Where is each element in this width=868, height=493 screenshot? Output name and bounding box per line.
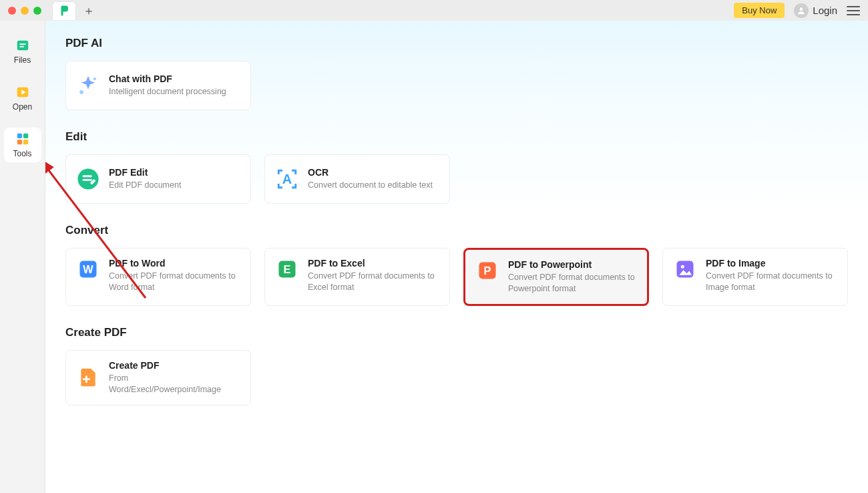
card-pdf-to-word[interactable]: W PDF to Word Convert PDF format documen… [65,248,251,306]
new-tab-button[interactable]: ＋ [80,2,97,19]
minimize-window-button[interactable] [21,7,29,15]
svg-rect-3 [19,46,23,47]
card-desc: Convert PDF format documents to Powerpoi… [508,272,636,295]
chat-pdf-icon [77,74,99,97]
svg-rect-15 [83,179,92,181]
svg-rect-6 [17,134,21,138]
card-title: PDF to Image [706,258,837,269]
card-chat-with-pdf[interactable]: Chat with PDF Intelligent document proce… [65,61,251,110]
card-desc: Convert document to editable text [308,180,433,191]
section-edit: Edit PDF Edit Edit PDF document A [65,130,868,204]
svg-rect-7 [23,134,27,138]
powerpoint-icon: P [476,259,499,282]
avatar-icon [794,3,809,18]
titlebar: ＋ Buy Now Login [0,0,868,21]
svg-text:E: E [284,263,291,275]
card-title: PDF to Word [109,258,240,269]
maximize-window-button[interactable] [33,7,41,15]
sidebar: Files Open Tools [0,21,45,493]
card-pdf-to-powerpoint[interactable]: P PDF to Powerpoint Convert PDF format d… [463,248,649,306]
card-desc: Convert PDF format documents to Image fo… [706,271,837,293]
section-pdf-ai: PDF AI Chat with PDF Intelligent documen… [65,37,868,110]
titlebar-right: Buy Now Login [734,0,860,21]
buy-now-button[interactable]: Buy Now [734,3,785,18]
ocr-icon: A [276,168,298,190]
svg-rect-14 [83,175,92,177]
svg-rect-26 [83,378,90,380]
card-pdf-edit[interactable]: PDF Edit Edit PDF document [65,154,251,204]
card-desc: From Word/Execl/Powerpoint/Image [109,373,240,395]
tools-icon [15,132,30,146]
svg-point-24 [681,265,684,269]
section-create-pdf: Create PDF Create PDF From Word/Execl/Po… [65,326,868,405]
app-logo-icon [58,5,70,17]
tab-strip: ＋ [52,1,97,20]
card-desc: Convert PDF format documents to Word for… [109,271,240,293]
close-window-button[interactable] [8,7,16,15]
card-title: Chat with PDF [109,73,226,84]
sidebar-item-label: Files [14,55,31,65]
window-controls [8,7,41,15]
card-ocr[interactable]: A OCR Convert document to editable text [264,154,450,204]
card-desc: Convert PDF format documents to Excel fo… [308,271,439,293]
svg-text:W: W [83,263,93,275]
svg-rect-2 [19,43,25,45]
main-content: PDF AI Chat with PDF Intelligent documen… [45,21,868,493]
sidebar-item-files[interactable]: Files [4,34,41,69]
card-title: PDF to Excel [308,258,439,269]
pdf-edit-icon [77,168,99,190]
card-create-pdf[interactable]: Create PDF From Word/Execl/Powerpoint/Im… [65,350,251,405]
sidebar-item-label: Open [13,102,32,112]
card-desc: Edit PDF document [109,180,181,191]
files-icon [15,38,30,53]
section-title: PDF AI [65,37,868,50]
card-pdf-to-excel[interactable]: E PDF to Excel Convert PDF format docume… [264,248,450,306]
excel-icon: E [276,258,298,281]
card-title: PDF Edit [109,167,181,178]
login-button[interactable]: Login [794,3,837,18]
svg-point-11 [79,90,83,94]
word-icon: W [77,258,99,281]
login-label: Login [813,5,837,16]
app-home-tab[interactable] [52,1,76,20]
menu-button[interactable] [847,6,860,15]
card-desc: Intelligent document processing [109,86,226,98]
svg-rect-9 [23,140,27,144]
svg-point-12 [93,77,96,80]
open-icon [15,85,30,100]
svg-text:A: A [282,172,292,186]
card-title: OCR [308,167,433,178]
svg-rect-8 [17,140,21,144]
create-pdf-icon [77,366,99,389]
section-convert: Convert W PDF to Word Convert PDF format… [65,224,868,306]
section-title: Convert [65,224,868,237]
sidebar-item-open[interactable]: Open [4,81,41,116]
card-pdf-to-image[interactable]: PDF to Image Convert PDF format document… [662,248,848,306]
svg-point-0 [800,7,803,11]
svg-text:P: P [484,265,491,277]
image-icon [674,258,696,281]
section-title: Create PDF [65,326,868,339]
section-title: Edit [65,130,868,144]
svg-rect-1 [17,41,28,51]
card-title: Create PDF [109,360,240,371]
sidebar-item-label: Tools [13,149,31,158]
sidebar-item-tools[interactable]: Tools [4,128,41,162]
card-title: PDF to Powerpoint [508,259,636,270]
